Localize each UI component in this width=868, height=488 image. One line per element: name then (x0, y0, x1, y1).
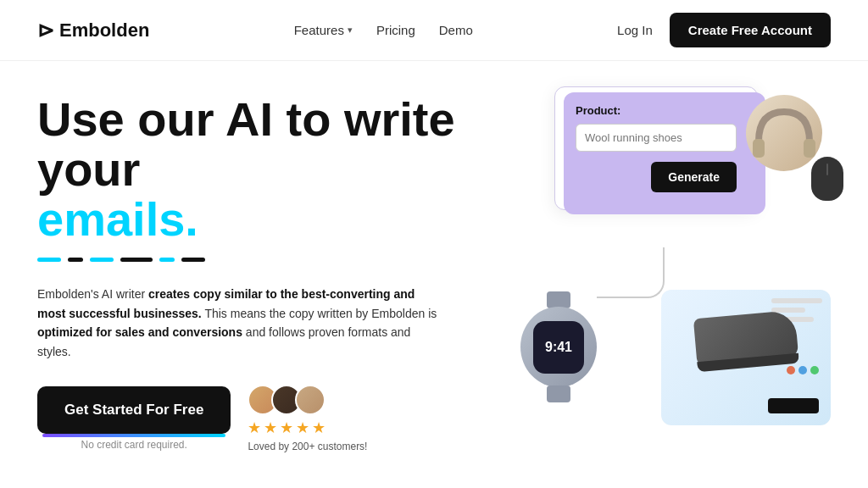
chevron-down-icon: ▾ (348, 25, 353, 36)
headphones-svg (746, 95, 822, 171)
nav-pricing-link[interactable]: Pricing (376, 23, 415, 37)
watch-body: 9:41 (520, 307, 597, 387)
shoe-sole (697, 352, 799, 371)
dash-4 (120, 258, 153, 262)
desc-part2: This means the copy written by Embolden … (202, 307, 437, 320)
svg-rect-1 (804, 139, 815, 158)
login-label: Log In (617, 23, 653, 37)
color-dot-green (810, 366, 819, 374)
star-2: ★ (264, 419, 277, 437)
nav-links: Features ▾ Pricing Demo (294, 23, 473, 38)
headline-line1: Use our AI to write (37, 92, 455, 146)
loved-text: Loved by 200+ customers! (248, 441, 367, 452)
no-credit-card-text: No credit card required. (37, 439, 231, 451)
desc-part1: Embolden's AI writer (37, 287, 148, 301)
headphones-shape (746, 95, 822, 171)
hero-section: Use our AI to write your emails. Embolde… (0, 61, 868, 452)
star-3: ★ (280, 419, 293, 437)
hero-right: Product: Generate (529, 86, 831, 442)
star-rating: ★ ★ ★ ★ ★ (248, 419, 367, 437)
product-card-label: Product: (576, 104, 737, 117)
color-dot-blue (798, 366, 807, 374)
social-proof: ★ ★ ★ ★ ★ Loved by 200+ customers! (248, 385, 367, 452)
hero-left: Use our AI to write your emails. Embolde… (37, 86, 495, 452)
create-account-button[interactable]: Create Free Account (670, 13, 831, 47)
pricing-label: Pricing (376, 23, 415, 37)
dash-3 (90, 258, 114, 262)
shoe-image-area (675, 303, 817, 371)
nav-features-link[interactable]: Features ▾ (294, 23, 353, 37)
cta-button-wrap: Get Started For Free No credit card requ… (37, 386, 231, 451)
nav-demo-link[interactable]: Demo (439, 23, 473, 37)
product-card: Product: Generate (554, 86, 758, 210)
mouse-shape (811, 157, 843, 201)
dash-1 (37, 258, 61, 262)
product-input[interactable] (576, 124, 737, 152)
desc-bold2: optimized for sales and conversions (37, 325, 242, 339)
avatar-group (248, 385, 367, 415)
hero-headline: Use our AI to write your emails. (37, 95, 495, 244)
navbar: ⊳ Embolden Features ▾ Pricing Demo Log I… (0, 0, 868, 61)
hero-description: Embolden's AI writer creates copy simila… (37, 285, 444, 361)
shoe-card (661, 290, 831, 425)
connector-line (597, 247, 665, 298)
watch-band-top (547, 291, 570, 308)
star-5: ★ (312, 419, 326, 437)
watch-screen: 9:41 (533, 321, 584, 374)
generate-button[interactable]: Generate (651, 162, 737, 192)
shoe-shape (693, 309, 798, 364)
watch-band-bottom (547, 385, 570, 402)
dash-2 (68, 258, 83, 262)
features-label: Features (294, 23, 344, 37)
avatar-3 (295, 385, 326, 415)
star-4: ★ (296, 419, 309, 437)
color-swatches (787, 366, 819, 374)
star-1: ★ (248, 419, 261, 437)
nav-right: Log In Create Free Account (617, 13, 831, 47)
color-dot-red (787, 366, 795, 374)
get-started-button[interactable]: Get Started For Free (37, 386, 231, 434)
shoe-card-button (768, 398, 819, 413)
dash-5 (159, 258, 175, 262)
demo-label: Demo (439, 23, 473, 37)
smartwatch-image: 9:41 (520, 307, 614, 400)
logo[interactable]: ⊳ Embolden (37, 19, 149, 42)
login-link[interactable]: Log In (617, 23, 653, 37)
animated-words-decoration (37, 249, 495, 269)
logo-icon: ⊳ (37, 19, 54, 42)
dash-6 (181, 258, 205, 262)
headline-cyan: emails. (37, 192, 198, 246)
logo-text: Embolden (59, 19, 149, 42)
svg-rect-0 (753, 139, 765, 158)
headphones-image (746, 95, 839, 188)
headline-line2: your (37, 142, 140, 196)
cta-row: Get Started For Free No credit card requ… (37, 385, 495, 452)
